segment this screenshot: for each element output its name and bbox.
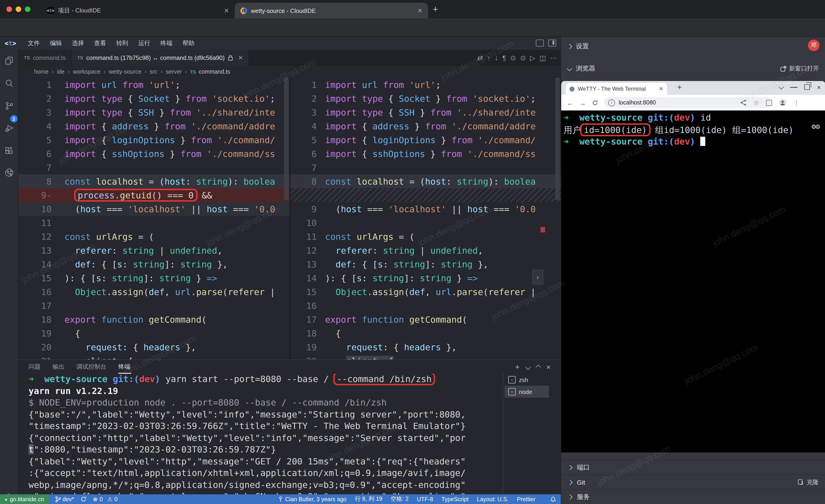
explorer-icon[interactable]	[4, 56, 14, 66]
prev-change-icon[interactable]: ⊙	[510, 54, 516, 62]
status-item[interactable]: TypeScript	[442, 496, 469, 502]
menu-item[interactable]: 帮助	[177, 39, 200, 48]
restore-icon[interactable]	[804, 84, 810, 90]
open-changes-icon[interactable]: ⇄	[477, 54, 483, 62]
clone-button[interactable]: 克隆	[798, 478, 819, 486]
breadcrumb-item[interactable]: workspace	[73, 69, 100, 75]
breadcrumb-item[interactable]: server	[166, 69, 181, 75]
editor-nav-chevron-button[interactable]: ›	[532, 270, 543, 284]
next-diff-icon[interactable]: ↓	[495, 54, 498, 62]
menu-item[interactable]: 转到	[111, 39, 133, 48]
open-new-window-button[interactable]: 新窗口打开	[780, 65, 819, 73]
profile-icon[interactable]	[779, 99, 786, 106]
previous-diff-icon[interactable]: ↑	[487, 54, 491, 62]
minimize-icon[interactable]: —	[790, 83, 798, 91]
panel-tab[interactable]: 调试控制台	[76, 363, 106, 374]
new-tab-icon[interactable]: +	[433, 4, 438, 15]
menu-item[interactable]: 编辑	[45, 39, 67, 48]
status-item[interactable]: 行 8, 列 19	[355, 495, 383, 503]
status-item[interactable]: UTF-8	[417, 496, 433, 502]
breadcrumb-item[interactable]: src	[150, 69, 157, 75]
right-scrollbar[interactable]	[555, 78, 560, 200]
chevron-down-icon[interactable]	[779, 84, 784, 90]
browser-tab[interactable]: <t>项目 - CloudIDE✕	[42, 3, 235, 18]
panel-tab[interactable]: 输出	[53, 363, 64, 374]
menu-item[interactable]: 运行	[133, 39, 155, 48]
wetty-settings-gears-icon[interactable]: ⚙⚙	[811, 123, 819, 130]
panel-tab[interactable]: 终端	[118, 363, 131, 374]
user-badge[interactable]: 邓	[808, 39, 820, 51]
status-item[interactable]: Layout: U.S.	[477, 496, 509, 502]
menu-item[interactable]: 选择	[67, 39, 89, 48]
back-icon[interactable]: ←	[567, 99, 574, 106]
terminal-session-item[interactable]: ›node	[505, 386, 549, 398]
side-panel-icon[interactable]	[766, 100, 772, 106]
breadcrumb[interactable]: home›ide›workspace›wetty-source›src›serv…	[18, 66, 561, 78]
maximize-window-button[interactable]	[25, 6, 30, 12]
close-icon[interactable]: ✕	[659, 86, 663, 92]
reload-icon[interactable]	[592, 99, 599, 106]
preview-new-tab-icon[interactable]: +	[677, 83, 682, 92]
remote-status-icon[interactable]	[4, 168, 14, 178]
branch-indicator[interactable]: dev*	[55, 496, 74, 502]
bookmark-star-icon[interactable]: ☆	[753, 99, 759, 106]
terminal-output[interactable]: ➜ wetty-source git:(dev) yarn start --po…	[28, 374, 498, 494]
close-panel-icon[interactable]: ×	[546, 363, 550, 371]
settings-section-header[interactable]: 设置	[561, 39, 825, 54]
diff-original-pane[interactable]: 1import url from 'url';2import type { So…	[18, 78, 290, 359]
close-window-button[interactable]	[6, 6, 12, 12]
menu-item[interactable]: 终端	[155, 39, 177, 48]
status-item[interactable]: Cian Butler, 3 years ago	[278, 496, 347, 502]
browser-section-header[interactable]: 浏览器 新窗口打开	[561, 61, 825, 76]
editor-tab[interactable]: TScommand.ts	[18, 50, 72, 66]
source-control-icon[interactable]	[4, 101, 14, 111]
remote-indicator[interactable]: ›‹ go.titanide.cn	[0, 494, 49, 504]
close-icon[interactable]: ✕	[223, 7, 230, 14]
extensions-icon[interactable]	[4, 146, 14, 156]
wetty-terminal[interactable]: ➜ wetty-source git:(dev) id用户id=1000(ide…	[561, 110, 825, 452]
run-debug-icon[interactable]	[4, 123, 14, 134]
problems-indicator[interactable]: ⊗0 ⚠0	[93, 496, 118, 503]
left-scrollbar[interactable]	[284, 78, 289, 200]
menu-item[interactable]: 文件	[23, 39, 45, 48]
breadcrumb-file[interactable]: command.ts	[199, 69, 230, 75]
notifications-bell-icon[interactable]	[550, 496, 556, 502]
new-terminal-icon[interactable]: +	[515, 363, 520, 372]
menu-dots-icon[interactable]: ⋮	[793, 99, 800, 106]
breadcrumb-item[interactable]: ide	[57, 69, 64, 75]
terminal-session-item[interactable]: ›zsh	[505, 374, 549, 386]
split-editor-icon[interactable]: ◫	[540, 54, 546, 62]
sidebar-section-服务[interactable]: 服务	[561, 489, 825, 504]
manage-gear-icon[interactable]: ⚙	[5, 492, 12, 494]
restore-layout-icon[interactable]	[536, 39, 544, 47]
diff-modified-pane[interactable]: 1import url from 'url';2import type { So…	[291, 78, 561, 359]
search-icon[interactable]	[4, 78, 14, 88]
status-item[interactable]: 空格: 2	[391, 495, 408, 503]
menu-item[interactable]: 查看	[89, 39, 111, 48]
browser-tab[interactable]: JSwetty-source - CloudIDE✕	[235, 3, 428, 18]
sidebar-section-端口[interactable]: 端口	[561, 460, 825, 475]
sync-indicator[interactable]	[80, 496, 86, 502]
run-icon[interactable]: ▷	[530, 54, 535, 62]
sidebar-section-Git[interactable]: Git克隆	[561, 475, 825, 489]
info-icon[interactable]: i	[608, 99, 615, 106]
next-change-icon[interactable]: ⊙	[520, 54, 526, 62]
diff-editor[interactable]: 1import url from 'url';2import type { So…	[18, 78, 561, 359]
close-icon[interactable]: ✕	[416, 7, 424, 14]
status-item[interactable]: Prettier	[517, 496, 535, 502]
editor-tab[interactable]: TScommand.ts (17b75c98) ↔ command.ts (d9…	[72, 50, 249, 66]
forward-icon[interactable]: →	[579, 99, 586, 106]
panel-tab[interactable]: 问题	[28, 363, 41, 374]
preview-tab[interactable]: WeTTY - The Web Terminal ✕	[566, 83, 667, 95]
minimize-window-button[interactable]	[16, 6, 21, 12]
toggle-panel-icon[interactable]	[548, 39, 556, 47]
maximize-panel-icon[interactable]	[535, 365, 541, 370]
whitespace-icon[interactable]: ¶	[502, 54, 506, 62]
breadcrumb-item[interactable]: wetty-source	[108, 69, 141, 75]
close-icon[interactable]: ✕	[238, 54, 243, 61]
share-icon[interactable]	[741, 99, 747, 106]
terminal-dropdown-icon[interactable]	[525, 365, 531, 370]
more-actions-icon[interactable]: ⋯	[550, 54, 557, 62]
breadcrumb-item[interactable]: home	[34, 69, 49, 75]
close-icon[interactable]: ×	[817, 83, 821, 91]
